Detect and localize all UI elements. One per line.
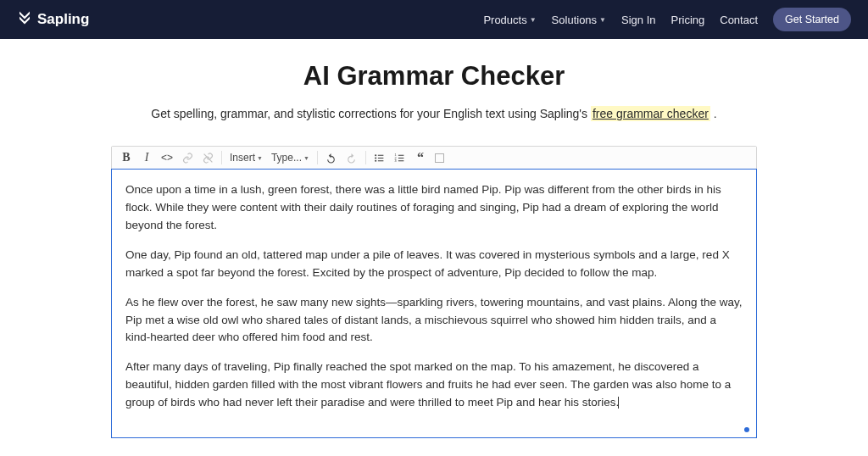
code-button[interactable]: <> [158,148,176,167]
numbered-list-button[interactable]: 123 [391,148,409,167]
page-title: AI Grammar Checker [0,61,868,92]
brand-logo[interactable]: Sapling [17,10,89,30]
link-button[interactable] [178,148,197,167]
chevron-down-icon: ▼ [530,16,537,24]
editor-textarea[interactable]: Once upon a time in a lush, green forest… [111,169,757,438]
status-dot-icon [744,427,749,432]
nav-products[interactable]: Products ▼ [483,14,536,26]
insert-label: Insert [230,152,255,164]
chevron-down-icon: ▼ [599,16,606,24]
svg-rect-4 [378,157,384,158]
svg-point-5 [376,159,377,161]
svg-text:3: 3 [395,158,397,162]
nav-solutions-label: Solutions [552,14,597,26]
subtitle-suffix: . [714,107,717,120]
bullet-list-button[interactable] [370,148,389,167]
nav-solutions[interactable]: Solutions ▼ [552,14,606,26]
undo-button[interactable] [322,148,341,167]
subtitle-prefix: Get spelling, grammar, and stylistic cor… [151,107,591,120]
svg-rect-2 [378,154,384,155]
svg-rect-8 [398,154,404,155]
nav-right: Products ▼ Solutions ▼ Sign In Pricing C… [483,8,851,31]
svg-rect-6 [378,160,384,161]
editor-paragraph: After many days of traveling, Pip finall… [125,359,743,412]
bold-button[interactable]: B [117,148,136,167]
unlink-button[interactable] [198,148,217,167]
toolbar-checkbox[interactable] [435,153,444,163]
nav-contact[interactable]: Contact [720,14,758,26]
sapling-logo-icon [17,10,32,30]
redo-button[interactable] [342,148,361,167]
chevron-down-icon: ▼ [257,155,263,161]
nav-pricing[interactable]: Pricing [671,14,705,26]
svg-point-1 [376,154,377,156]
subtitle: Get spelling, grammar, and stylistic cor… [0,107,868,120]
toolbar-separator [365,151,366,164]
italic-button[interactable]: I [137,148,156,167]
toolbar: B I <> Insert ▼ Type... ▼ [112,147,756,170]
main: AI Grammar Checker Get spelling, grammar… [0,39,868,438]
editor-container: B I <> Insert ▼ Type... ▼ [111,146,757,438]
navbar: Sapling Products ▼ Solutions ▼ Sign In P… [0,0,868,39]
editor-paragraph-text: After many days of traveling, Pip finall… [125,360,731,409]
nav-signin[interactable]: Sign In [621,14,655,26]
nav-products-label: Products [483,14,526,26]
toolbar-separator [317,151,318,164]
svg-rect-10 [398,157,404,158]
insert-dropdown[interactable]: Insert ▼ [226,152,266,164]
brand-name: Sapling [37,11,89,28]
editor-paragraph: One day, Pip found an old, tattered map … [125,247,743,282]
quote-button[interactable]: “ [411,148,430,167]
text-cursor [618,397,619,409]
chevron-down-icon: ▼ [303,155,309,161]
type-dropdown[interactable]: Type... ▼ [268,152,313,164]
svg-rect-12 [398,160,404,161]
nav-left: Sapling [17,10,89,30]
editor-paragraph: As he flew over the forest, he saw many … [125,294,743,348]
type-label: Type... [271,152,302,164]
toolbar-separator [221,151,222,164]
free-grammar-checker-link[interactable]: free grammar checker [591,106,710,121]
get-started-button[interactable]: Get Started [773,8,851,31]
svg-point-3 [376,157,377,158]
editor-paragraph: Once upon a time in a lush, green forest… [125,181,743,235]
